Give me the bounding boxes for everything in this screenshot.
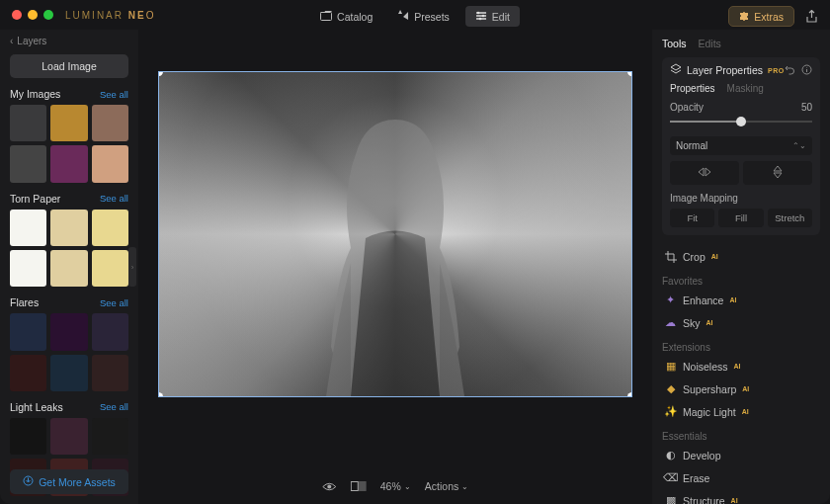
layer-properties-panel: Layer Properties PRO Properties Masking … (662, 57, 820, 235)
actions-menu[interactable]: Actions ⌄ (425, 480, 468, 492)
window-zoom[interactable] (43, 10, 53, 20)
asset-thumbnail[interactable] (92, 313, 128, 350)
tool-erase[interactable]: ⌫ Erase (662, 466, 820, 489)
asset-thumbnail[interactable] (10, 250, 46, 287)
get-more-assets-button[interactable]: Get More Assets (10, 469, 128, 494)
mapping-fit[interactable]: Fit (670, 209, 714, 227)
crop-icon (664, 250, 677, 263)
asset-thumbnail[interactable] (92, 105, 128, 141)
transform-handle-se[interactable] (627, 392, 632, 397)
mapping-fill[interactable]: Fill (718, 209, 763, 227)
share-button[interactable] (802, 8, 820, 26)
section-torn-paper: Torn Paper (10, 193, 60, 205)
sidebar-expand-handle[interactable]: › (128, 247, 136, 287)
category-favorites: Favorites (662, 276, 820, 287)
edit-icon (475, 11, 487, 23)
subtab-masking[interactable]: Masking (727, 83, 764, 94)
svg-point-2 (482, 14, 485, 17)
asset-thumbnail[interactable] (92, 355, 128, 391)
asset-thumbnail[interactable] (50, 145, 87, 182)
ai-badge: AI (734, 363, 741, 370)
window-close[interactable] (12, 10, 22, 20)
flip-horizontal-button[interactable] (670, 161, 739, 185)
load-image-button[interactable]: Load Image (10, 54, 128, 78)
tool-magic-light[interactable]: ✨ Magic Light AI (662, 400, 820, 423)
asset-thumbnail[interactable] (92, 210, 128, 246)
asset-thumbnail[interactable] (50, 355, 87, 391)
subtab-properties[interactable]: Properties (670, 83, 715, 94)
asset-thumbnail[interactable] (50, 418, 87, 455)
back-to-layers[interactable]: ‹ Layers (10, 36, 128, 46)
asset-thumbnail[interactable] (50, 210, 87, 246)
window-minimize[interactable] (28, 10, 38, 20)
canvas[interactable] (158, 71, 632, 397)
blend-mode-select[interactable]: Normal ⌃⌄ (670, 136, 812, 155)
asset-thumbnail[interactable] (50, 105, 87, 141)
asset-thumbnail[interactable] (92, 418, 128, 455)
nav-catalog[interactable]: Catalog (310, 6, 382, 27)
seeall-torn-paper[interactable]: See all (100, 193, 128, 204)
flip-h-icon (698, 167, 711, 177)
info-button[interactable] (801, 64, 812, 77)
asset-thumbnail[interactable] (10, 313, 46, 350)
tool-develop[interactable]: ◐ Develop (662, 444, 820, 466)
tool-enhance[interactable]: ✦ Enhance AI (662, 289, 820, 311)
preview-toggle[interactable] (322, 481, 337, 492)
category-extensions: Extensions (662, 342, 820, 353)
asset-thumbnail[interactable] (10, 210, 46, 246)
structure-icon: ▩ (664, 494, 677, 504)
svg-point-6 (327, 484, 331, 488)
asset-thumbnail[interactable] (10, 355, 46, 391)
info-icon (801, 64, 812, 75)
tab-tools[interactable]: Tools (662, 38, 687, 49)
tab-edits[interactable]: Edits (699, 38, 721, 49)
compare-toggle[interactable] (351, 481, 367, 491)
tool-erase-label: Erase (683, 472, 709, 484)
undo-button[interactable] (785, 64, 795, 77)
nav-presets-label: Presets (414, 11, 450, 23)
asset-thumbnail[interactable] (10, 105, 46, 141)
canvas-area: 46% ⌄ Actions ⌄ (138, 30, 652, 504)
chevron-down-icon: ⌄ (404, 482, 411, 491)
get-more-label: Get More Assets (39, 476, 116, 488)
tool-structure[interactable]: ▩ Structure AI (662, 489, 820, 504)
image-mapping-label: Image Mapping (670, 193, 812, 204)
section-light-leaks: Light Leaks (10, 401, 63, 413)
asset-thumbnail[interactable] (92, 250, 128, 287)
flip-vertical-button[interactable] (743, 161, 812, 185)
right-panel: Tools Edits Layer Properties PRO Propert… (652, 30, 830, 504)
tool-enhance-label: Enhance (683, 294, 723, 306)
tool-supersharp[interactable]: ◆ Supersharp AI (662, 378, 820, 400)
mapping-stretch[interactable]: Stretch (768, 209, 812, 227)
actions-label: Actions (425, 480, 458, 492)
nav-edit[interactable]: Edit (465, 6, 520, 27)
seeall-my-images[interactable]: See all (100, 89, 128, 100)
sparkle-icon: ✦ (664, 294, 677, 306)
tool-noiseless[interactable]: ▦ Noiseless AI (662, 355, 820, 378)
opacity-value: 50 (801, 102, 812, 113)
back-label: Layers (17, 36, 46, 46)
tool-crop-label: Crop (683, 251, 706, 263)
tool-sky[interactable]: ☁ Sky AI (662, 311, 820, 334)
cloud-icon: ☁ (664, 316, 677, 329)
wand-icon: ✨ (664, 405, 677, 418)
extras-button[interactable]: Extras (728, 6, 794, 27)
asset-thumbnail[interactable] (92, 145, 128, 182)
ai-badge: AI (742, 408, 749, 415)
opacity-slider[interactable] (670, 115, 812, 128)
puzzle-icon (739, 10, 750, 23)
seeall-flares[interactable]: See all (100, 297, 128, 308)
extras-label: Extras (754, 11, 784, 23)
asset-thumbnail[interactable] (10, 145, 46, 182)
download-icon (23, 475, 34, 488)
asset-thumbnail[interactable] (10, 418, 46, 455)
nav-edit-label: Edit (492, 11, 510, 23)
tool-crop[interactable]: Crop AI (662, 245, 820, 268)
zoom-control[interactable]: 46% ⌄ (380, 480, 411, 492)
svg-point-1 (477, 11, 480, 14)
asset-thumbnail[interactable] (50, 313, 87, 350)
layers-sidebar: ‹ Layers Load Image My Images See all To… (0, 30, 138, 504)
nav-presets[interactable]: Presets (388, 6, 459, 27)
seeall-light-leaks[interactable]: See all (100, 401, 128, 412)
asset-thumbnail[interactable] (50, 250, 87, 287)
